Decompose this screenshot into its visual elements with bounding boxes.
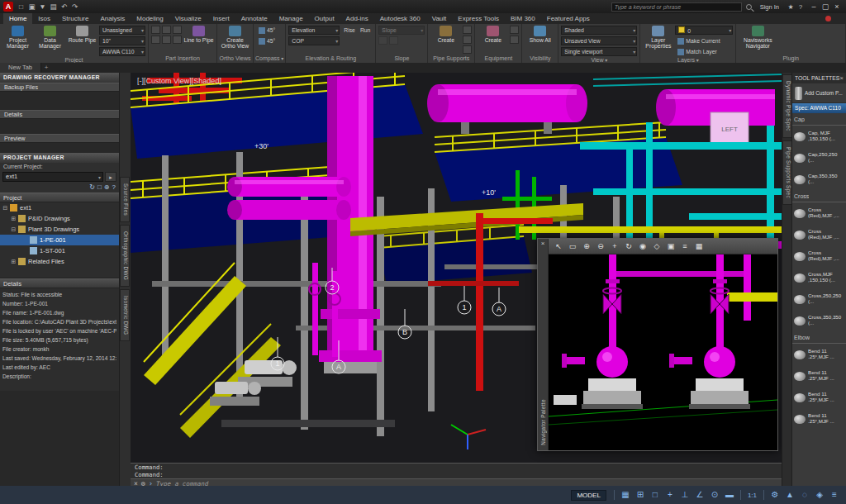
tree-item-ext1[interactable]: ⊟ ext1 xyxy=(0,202,119,213)
zoom-in-icon[interactable]: ⊕ xyxy=(581,242,592,250)
make-current-button[interactable]: Make Current xyxy=(675,36,733,45)
help-icon[interactable]: ? xyxy=(796,3,806,11)
annotation-scale-button[interactable]: 1:1 xyxy=(745,492,759,499)
tool-palette-item[interactable]: Cap xyxy=(792,115,846,126)
ribbon-tab[interactable]: Home xyxy=(3,13,32,24)
lineweight-icon[interactable]: ▬ xyxy=(723,488,736,502)
ribbon-tab[interactable]: Modeling xyxy=(131,13,169,24)
tree-item-plant3d-drawings[interactable]: ⊟ Plant 3D Drawings xyxy=(0,224,119,235)
compass-angle-1[interactable]: 45° xyxy=(256,26,283,35)
tool-palette-item[interactable]: Bend 11 .25°,MJF ... xyxy=(792,365,846,387)
save-icon[interactable]: ▼ xyxy=(37,1,48,12)
ribbon-tab[interactable]: Isos xyxy=(32,13,56,24)
panel-label-equipment[interactable]: Equipment xyxy=(475,55,521,63)
search-icon[interactable] xyxy=(746,4,752,10)
elevation-dropdown[interactable]: Elevation xyxy=(288,26,340,35)
undo-icon[interactable]: ↶ xyxy=(59,1,69,12)
equipment-tool-icon[interactable] xyxy=(510,26,519,34)
compass-angle-2[interactable]: 45° xyxy=(256,36,283,45)
close-icon[interactable]: × xyxy=(831,2,843,11)
tool-palette-item[interactable]: Cross xyxy=(792,192,846,202)
viewport-config-dropdown[interactable]: Single viewport xyxy=(561,47,637,56)
match-layer-button[interactable]: Match Layer xyxy=(675,47,733,56)
grid-icon[interactable]: ▦ xyxy=(619,488,632,502)
infocenter-status-icon[interactable] xyxy=(825,16,831,21)
open-icon[interactable]: ▣ xyxy=(26,1,37,12)
pipe-support-tool-icon[interactable] xyxy=(463,36,472,44)
expander-icon[interactable]: ⊟ xyxy=(2,205,9,212)
tool-palette-item[interactable]: Bend 11 .25°,MJF ... xyxy=(792,344,846,365)
pipe-support-tool-icon[interactable] xyxy=(463,26,472,34)
line-number-dropdown[interactable]: Unassigned xyxy=(99,26,145,35)
expander-icon[interactable]: ⊟ xyxy=(10,226,17,233)
tool-palette-item[interactable]: Cross (Red),MJF ,... xyxy=(792,202,846,224)
tool-palette-item[interactable]: Cross (Red),MJF ,... xyxy=(792,245,846,267)
ribbon-tab[interactable]: Visualize xyxy=(169,13,207,24)
maximize-icon[interactable]: ▢ xyxy=(820,2,831,11)
project-manager-button[interactable]: Project Manager xyxy=(2,26,33,56)
layer-dropdown[interactable]: 0 xyxy=(675,26,733,35)
pipe-size-dropdown[interactable]: 10" xyxy=(99,36,145,45)
infer-constraints-icon[interactable]: □ xyxy=(649,488,662,502)
ribbon-tab[interactable]: Vault xyxy=(426,13,453,24)
panel-label-view[interactable]: View xyxy=(558,56,639,63)
tool-palette-item[interactable]: Cap, MJF ,150,150 (... xyxy=(792,126,846,147)
panel-label-compass[interactable]: Compass xyxy=(254,55,285,63)
run-button[interactable]: Run xyxy=(358,26,373,35)
viewport-canvas[interactable]: LEFT xyxy=(131,73,782,463)
ribbon-tab[interactable]: Structure xyxy=(56,13,94,24)
annotation-visibility-icon[interactable]: ▲ xyxy=(783,488,796,502)
dynamic-input-icon[interactable]: + xyxy=(663,488,677,502)
part-tool-icon[interactable] xyxy=(151,36,160,44)
tool-palette-item[interactable]: Cap,250,250 (... xyxy=(792,147,846,169)
create-equipment-button[interactable]: Create xyxy=(478,26,508,55)
sectioning-icon[interactable]: ≡ xyxy=(679,242,691,250)
panel-label-plugin[interactable]: Plugin xyxy=(736,55,845,63)
panel-label-pipe-supports[interactable]: Pipe Supports xyxy=(428,55,474,63)
navigator-palette-window[interactable]: × Navigator Palette ↖▭⊕⊖+↻◉◇▣≡▦ xyxy=(537,238,778,451)
ribbon-tab[interactable]: Output xyxy=(309,13,340,24)
customize-icon[interactable]: ≡ xyxy=(828,488,841,502)
backup-files-list[interactable] xyxy=(0,92,119,110)
drawing-recovery-title[interactable]: DRAWING RECOVERY MANAGER xyxy=(0,73,119,83)
pan-icon[interactable]: + xyxy=(609,242,620,250)
new-icon[interactable]: □ xyxy=(16,1,26,12)
add-custom-part-button[interactable]: Add Custom P... xyxy=(792,83,846,103)
panel-label-ortho-views[interactable]: Ortho Views xyxy=(217,55,253,63)
favorites-icon[interactable]: ★ xyxy=(786,3,796,11)
render-style-icon[interactable]: ▣ xyxy=(665,242,677,250)
details-section-header[interactable]: Details xyxy=(0,278,119,288)
tool-palette-item[interactable]: Cross,350,350 (... xyxy=(792,310,846,331)
ribbon-tab[interactable]: Featured Apps xyxy=(541,13,596,24)
zoom-out-icon[interactable]: ⊖ xyxy=(595,242,606,250)
slope-tool-icon[interactable] xyxy=(378,36,387,45)
palette-side-tab[interactable]: Isometric DWG xyxy=(120,289,130,341)
project-section-header[interactable]: Project xyxy=(0,193,119,202)
project-manager-title[interactable]: PROJECT MANAGER xyxy=(0,153,119,163)
new-file-tab-button[interactable]: + xyxy=(41,63,51,73)
tool-palettes-header[interactable]: TOOL PALETTES × xyxy=(792,73,846,83)
tool-palette-item[interactable]: Elbow xyxy=(792,333,846,344)
create-ortho-view-button[interactable]: Create Ortho View xyxy=(220,26,250,55)
tree-item-1-st-001[interactable]: 1-ST-001 xyxy=(0,245,119,256)
pipe-spec-dropdown[interactable]: AWWA C110 xyxy=(99,47,145,56)
part-tool-icon[interactable] xyxy=(162,26,171,34)
tool-palette-item[interactable]: Bend 11 .25°,MJF ... xyxy=(792,387,846,408)
panel-label-part-insertion[interactable]: Part Insertion xyxy=(149,55,216,63)
look-around-icon[interactable]: ◉ xyxy=(637,242,649,250)
refresh-icon[interactable]: ↻ xyxy=(89,183,95,193)
tree-item-related-files[interactable]: ⊞ Related Files xyxy=(0,256,119,267)
layer-properties-button[interactable]: Layer Properties xyxy=(643,26,673,56)
minimize-icon[interactable]: – xyxy=(808,2,820,11)
polar-tracking-icon[interactable]: ∠ xyxy=(693,488,706,502)
orbit-icon[interactable]: ↻ xyxy=(623,242,634,250)
part-tool-icon[interactable] xyxy=(173,26,182,34)
select-icon[interactable]: ↖ xyxy=(553,242,564,250)
tool-palette-item[interactable]: Cap,350,350 (... xyxy=(792,169,846,190)
open-project-button[interactable]: ▸ xyxy=(105,172,116,182)
route-pipe-button[interactable]: Route Pipe xyxy=(67,26,97,56)
isolate-objects-icon[interactable]: ◌ xyxy=(798,488,811,502)
home-view-icon[interactable]: ▦ xyxy=(693,242,705,250)
palette-side-tab[interactable]: Source Files xyxy=(120,177,130,222)
panel-label-project[interactable]: Project xyxy=(0,56,148,63)
